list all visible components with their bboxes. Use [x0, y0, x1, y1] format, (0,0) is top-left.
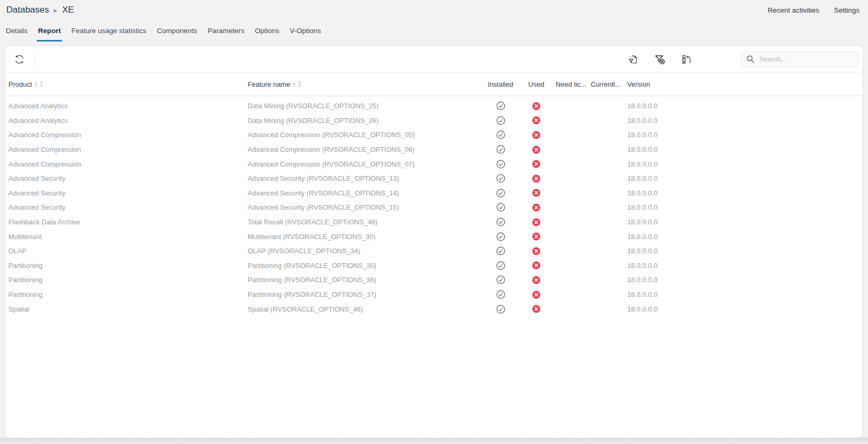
version-cell: 18.0.0.0.0 [623, 203, 691, 211]
table-row[interactable]: Advanced Compression Advanced Compressio… [5, 157, 863, 171]
product-cell: Advanced Compression [8, 160, 248, 168]
table-row[interactable]: Advanced Compression Advanced Compressio… [5, 142, 863, 157]
installed-cell [482, 261, 519, 270]
table-row[interactable]: Advanced Security Advanced Security (RVS… [5, 200, 863, 215]
used-cell [519, 160, 554, 168]
column-chooser-button[interactable] [680, 53, 693, 66]
column-chooser-icon [681, 54, 692, 65]
report-panel: Product ↑ 1 Feature name ↑ 2 Installed U… [5, 46, 863, 438]
tab-feature-usage-statistics[interactable]: Feature usage statistics [70, 25, 148, 42]
column-header-product[interactable]: Product ↑ 1 [8, 80, 248, 88]
refresh-button[interactable] [13, 53, 26, 66]
x-circle-icon [532, 174, 540, 183]
column-header-version[interactable]: Version [623, 80, 691, 88]
feature-name-cell: Total Recall (RVSORACLE_OPTIONS_48) [248, 218, 482, 226]
check-circle-icon [496, 275, 505, 284]
settings-link[interactable]: Settings [834, 6, 860, 14]
table-row[interactable]: Partitioning Partitioning (RVSORACLE_OPT… [5, 259, 863, 273]
version-cell: 18.0.0.0.0 [623, 276, 691, 284]
table-row[interactable]: OLAP OLAP (RVSORACLE_OPTIONS_34) 18.0.0.… [5, 244, 863, 259]
toolbar-right-group [613, 51, 859, 67]
used-cell [519, 218, 554, 226]
table-row[interactable]: Advanced Security Advanced Security (RVS… [5, 171, 863, 186]
column-header-currently[interactable]: Currentl... [588, 80, 623, 88]
feature-name-cell: Data Mining (RVSORACLE_OPTIONS_25) [248, 102, 482, 110]
check-circle-icon [496, 290, 505, 299]
table-row[interactable]: Partitioning Partitioning (RVSORACLE_OPT… [5, 287, 863, 302]
check-circle-icon [496, 305, 505, 314]
check-circle-icon [496, 261, 505, 270]
table-row[interactable]: Partitioning Partitioning (RVSORACLE_OPT… [5, 273, 863, 287]
search-box [741, 51, 859, 67]
used-cell [519, 276, 554, 284]
check-circle-icon [496, 246, 505, 255]
column-header-feature-name[interactable]: Feature name ↑ 2 [248, 80, 482, 88]
version-cell: 18.0.0.0.0 [623, 291, 691, 298]
x-circle-icon [532, 305, 540, 313]
breadcrumb-separator-icon: ▶ [54, 7, 57, 13]
tab-v-options[interactable]: V-Options [289, 25, 322, 42]
version-cell: 18.0.0.0.0 [623, 102, 691, 110]
used-cell [519, 261, 554, 270]
column-header-installed[interactable]: Installed [482, 80, 519, 88]
check-circle-icon [496, 160, 505, 169]
product-cell: OLAP [8, 247, 248, 255]
tab-options[interactable]: Options [254, 25, 281, 42]
feature-name-cell: OLAP (RVSORACLE_OPTIONS_34) [248, 247, 482, 255]
table-row[interactable]: Advanced Analytics Data Mining (RVSORACL… [5, 113, 863, 128]
version-cell: 18.0.0.0.0 [623, 233, 691, 241]
sort-order-badge: 1 [39, 81, 43, 87]
installed-cell [482, 218, 519, 226]
check-circle-icon [496, 218, 505, 226]
grid-toolbar [5, 46, 863, 73]
table-row[interactable]: Spatial Spatial (RVSORACLE_OPTIONS_46) 1… [5, 302, 863, 316]
used-cell [519, 189, 554, 197]
check-circle-icon [496, 232, 505, 241]
check-circle-icon [496, 203, 505, 212]
used-cell [519, 232, 554, 241]
sort-asc-icon: ↑ [34, 81, 38, 88]
clear-filter-button[interactable] [653, 53, 667, 66]
x-circle-icon [532, 189, 540, 197]
feature-name-cell: Advanced Compression (RVSORACLE_OPTIONS_… [248, 146, 482, 153]
page-bottom-strip [0, 438, 868, 444]
table-row[interactable]: Advanced Analytics Data Mining (RVSORACL… [5, 99, 863, 113]
used-cell [519, 305, 554, 313]
tab-details[interactable]: Details [5, 25, 28, 42]
sort-order-badge: 2 [298, 81, 301, 87]
filter-builder-button[interactable] [627, 53, 639, 66]
table-row[interactable]: Multitenant Multitenant (RVSORACLE_OPTIO… [5, 229, 863, 244]
product-cell: Multitenant [8, 233, 248, 241]
search-icon [746, 55, 755, 64]
version-cell: 18.0.0.0.0 [623, 160, 691, 168]
installed-cell [482, 174, 519, 183]
x-circle-icon [532, 291, 540, 299]
product-cell: Flashback Data Archive [8, 218, 248, 226]
tab-components[interactable]: Components [156, 25, 198, 42]
feature-name-cell: Partitioning (RVSORACLE_OPTIONS_37) [248, 291, 482, 298]
feature-name-cell: Advanced Security (RVSORACLE_OPTIONS_14) [248, 189, 482, 197]
table-row[interactable]: Advanced Security Advanced Security (RVS… [5, 186, 863, 201]
search-input[interactable] [759, 55, 854, 63]
breadcrumb-root[interactable]: Databases [6, 5, 49, 15]
recent-activities-link[interactable]: Recent activities [768, 6, 819, 14]
tab-parameters[interactable]: Parameters [207, 25, 246, 42]
table-row[interactable]: Advanced Compression Advanced Compressio… [5, 128, 863, 142]
tab-report[interactable]: Report [37, 25, 62, 42]
product-cell: Advanced Analytics [8, 102, 248, 110]
used-cell [519, 203, 554, 212]
version-cell: 18.0.0.0.0 [623, 131, 691, 139]
sort-asc-icon: ↑ [292, 81, 296, 88]
version-cell: 18.0.0.0.0 [623, 174, 691, 182]
product-cell: Advanced Security [8, 174, 248, 182]
product-cell: Advanced Security [8, 203, 248, 211]
column-header-used[interactable]: Used [519, 80, 554, 88]
version-cell: 18.0.0.0.0 [623, 247, 691, 255]
check-circle-icon [496, 130, 505, 139]
feature-name-cell: Spatial (RVSORACLE_OPTIONS_46) [248, 305, 482, 313]
installed-cell [482, 290, 519, 299]
column-header-need-license[interactable]: Need lic... [554, 80, 588, 88]
table-row[interactable]: Flashback Data Archive Total Recall (RVS… [5, 215, 863, 230]
refresh-icon [14, 54, 25, 65]
feature-name-cell: Advanced Compression (RVSORACLE_OPTIONS_… [248, 131, 482, 139]
